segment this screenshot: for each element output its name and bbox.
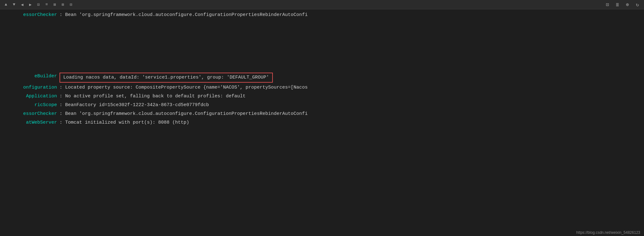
- log-empty-line: [0, 19, 644, 28]
- log-line-prefix: onfiguration: [0, 84, 60, 91]
- log-line: eBuilder Loading nacos data, dataId: 'se…: [0, 72, 644, 83]
- toolbar-icon-1[interactable]: ▲: [3, 1, 9, 8]
- log-line-content: : BeanFactory id=15ce302f-1222-342a-8673…: [60, 101, 209, 109]
- log-line: atWebServer : Tomcat initialized with po…: [0, 118, 644, 127]
- log-line-prefix: atWebServer: [0, 119, 60, 126]
- log-line-content: : Located property source: CompositeProp…: [60, 84, 308, 91]
- toolbar-icon-3[interactable]: ◀: [19, 1, 26, 8]
- toolbar-icon-8[interactable]: ⊞: [60, 1, 66, 8]
- highlighted-log-content: Loading nacos data, dataId: 'service1.pr…: [60, 73, 273, 83]
- toolbar-icon-7[interactable]: ⊠: [51, 1, 58, 8]
- log-line-content: : No active profile set, falling back to…: [60, 93, 246, 100]
- watermark: https://blog.csdn.net/weixin_54826123: [576, 230, 640, 235]
- toolbar-icon-2[interactable]: ▼: [11, 1, 18, 8]
- toolbar: ▲ ▼ ◀ ▶ ⊡ ≡ ⊠ ⊞ ⊟ ⊡ ≣ ⊕ ↻: [0, 0, 644, 9]
- log-empty-line: [0, 46, 644, 54]
- toolbar-right-icon-4[interactable]: ↻: [633, 1, 641, 9]
- log-line: ricScope : BeanFactory id=15ce302f-1222-…: [0, 101, 644, 110]
- log-empty-line: [0, 37, 644, 46]
- log-empty-line: [0, 54, 644, 63]
- log-empty-line: [0, 63, 644, 72]
- log-empty-line: [0, 28, 644, 37]
- toolbar-right-icon-3[interactable]: ⊕: [623, 1, 631, 9]
- log-line: essorChecker : Bean 'org.springframework…: [0, 11, 644, 19]
- toolbar-icon-4[interactable]: ▶: [27, 1, 34, 8]
- log-line: essorChecker : Bean 'org.springframework…: [0, 110, 644, 118]
- log-line-content: : Bean 'org.springframework.cloud.autoco…: [60, 110, 308, 118]
- log-line-prefix: Application: [0, 93, 60, 100]
- log-line: onfiguration : Located property source: …: [0, 83, 644, 92]
- log-line-prefix: ricScope: [0, 101, 60, 109]
- log-line: Application : No active profile set, fal…: [0, 92, 644, 101]
- toolbar-right-icon-1[interactable]: ⊡: [603, 1, 611, 9]
- log-line-prefix: essorChecker: [0, 11, 60, 19]
- log-line-content: : Tomcat initialized with port(s): 8088 …: [60, 119, 189, 126]
- toolbar-icon-9[interactable]: ⊟: [68, 1, 75, 8]
- console-content: essorChecker : Bean 'org.springframework…: [0, 9, 644, 236]
- toolbar-icon-6[interactable]: ≡: [43, 1, 50, 8]
- log-line-prefix: essorChecker: [0, 110, 60, 118]
- toolbar-right-icon-2[interactable]: ≣: [613, 1, 621, 9]
- toolbar-icon-5[interactable]: ⊡: [35, 1, 42, 8]
- log-line-prefix: eBuilder: [0, 73, 60, 83]
- log-line-content: : Bean 'org.springframework.cloud.autoco…: [60, 11, 308, 19]
